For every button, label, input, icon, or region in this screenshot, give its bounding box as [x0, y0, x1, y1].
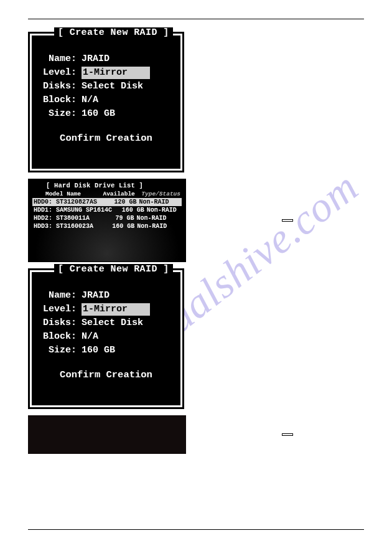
hdd-row[interactable]: HDD0: ST3120827AS120 GBNon-RAID [32, 198, 182, 206]
label-name: Name: [40, 53, 79, 65]
value-name: JRAID [79, 290, 110, 302]
value-disks[interactable]: Select Disk [79, 317, 143, 329]
panel-title: [ Create New RAID ] [54, 264, 173, 275]
label-disks: Disks: [40, 80, 79, 93]
value-disks[interactable]: Select Disk [79, 80, 143, 93]
hdd-type: Non-RAID [134, 222, 180, 230]
row-create-1: [ Create New RAID ] Name:JRAID Level:1-M… [28, 32, 364, 172]
bottom-divider [28, 529, 364, 530]
label-level: Level: [40, 67, 79, 79]
hdd-size: 120 GB [97, 198, 136, 206]
hdd-size: 79 GB [92, 214, 134, 222]
hdd-size: 160 GB [93, 222, 134, 230]
value-block: N/A [79, 94, 98, 106]
hdd-row[interactable]: HDD3: ST3160023A160 GBNon-RAID [32, 222, 182, 230]
row-create-2: [ Create New RAID ] Name:JRAID Level:1-M… [28, 268, 364, 409]
value-size: 160 GB [79, 108, 115, 120]
row-strip [28, 415, 364, 454]
key-badge-1 [282, 219, 293, 222]
hdd-id-model: HDD0: ST3120827AS [34, 198, 97, 206]
hdd-id-model: HDD1: SAMSUNG SP1614C [34, 206, 112, 214]
label-disks: Disks: [40, 317, 79, 329]
col-model: Model Name [34, 190, 93, 198]
label-name: Name: [40, 290, 79, 302]
hdd-id-model: HDD3: ST3160023A [34, 222, 93, 230]
create-raid-panel-2: [ Create New RAID ] Name:JRAID Level:1-M… [30, 270, 182, 407]
hdd-list-title: [ Hard Disk Drive List ] [32, 182, 182, 190]
top-divider [28, 19, 364, 19]
label-level: Level: [40, 303, 79, 316]
hdd-row[interactable]: HDD2: ST380011A79 GBNon-RAID [32, 214, 182, 222]
hdd-list-header: Model Name Available Type/Status [32, 190, 182, 198]
row-hdd-list: [ Hard Disk Drive List ] Model Name Avai… [28, 179, 364, 262]
value-size: 160 GB [79, 344, 115, 357]
key-badge-2 [282, 433, 293, 436]
label-size: Size: [40, 108, 79, 120]
hdd-type: Non-RAID [144, 206, 180, 214]
hdd-row[interactable]: HDD1: SAMSUNG SP1614C160 GBNon-RAID [32, 206, 182, 214]
col-available: Available [93, 190, 136, 198]
label-size: Size: [40, 344, 79, 357]
create-raid-panel-1: [ Create New RAID ] Name:JRAID Level:1-M… [30, 34, 182, 171]
label-block: Block: [40, 331, 79, 343]
confirm-creation-2[interactable]: Confirm Creation [40, 369, 172, 380]
value-level[interactable]: 1-Mirror [82, 303, 150, 316]
value-name: JRAID [79, 53, 110, 65]
confirm-creation-1[interactable]: Confirm Creation [40, 133, 172, 144]
hdd-type: Non-RAID [136, 198, 180, 206]
col-type: Type/Status [136, 190, 180, 198]
hdd-size: 160 GB [112, 206, 144, 214]
value-level[interactable]: 1-Mirror [82, 67, 150, 79]
label-block: Block: [40, 94, 79, 106]
value-block: N/A [79, 331, 98, 343]
hdd-list-panel: [ Hard Disk Drive List ] Model Name Avai… [28, 179, 186, 262]
hdd-id-model: HDD2: ST380011A [34, 214, 92, 222]
hdd-type: Non-RAID [134, 214, 180, 222]
panel-title: [ Create New RAID ] [54, 27, 173, 38]
dark-strip [28, 415, 186, 454]
